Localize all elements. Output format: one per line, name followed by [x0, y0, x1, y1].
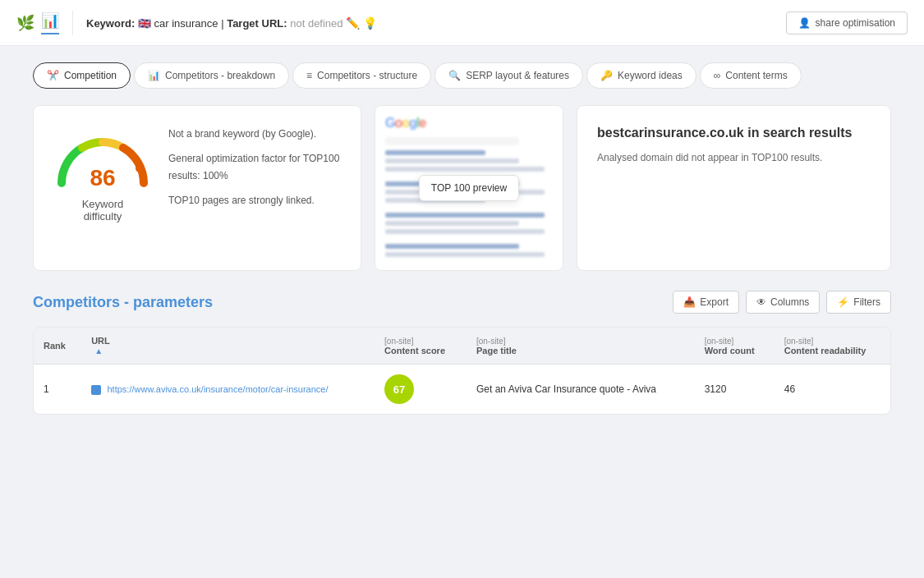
tab-keyword-ideas[interactable]: 🔑 Keyword ideas [586, 62, 696, 89]
readability-group: [on-site] [784, 337, 880, 346]
competitors-table-container: Rank URL ▲ [on-site] Content score [on-s… [33, 327, 891, 415]
preview-result-9 [385, 229, 545, 234]
page-title-cell: Get an Aviva Car Insurance quote - Aviva [467, 365, 695, 415]
rank-cell: 1 [34, 365, 81, 415]
header-divider [72, 11, 73, 35]
share-optimisation-button[interactable]: 👤 share optimisation [786, 11, 908, 34]
url-sort-icon: ▲ [94, 346, 103, 356]
col-content-readability[interactable]: [on-site] Content readability [775, 328, 890, 365]
difficulty-info: Not a brand keyword (by Google). General… [168, 126, 341, 216]
keyword-info: Keyword: 🇬🇧 car insurance | Target URL: … [86, 16, 773, 30]
tab-content-terms-icon: ∞ [714, 70, 721, 81]
keyword-value: car insurance [154, 17, 218, 30]
url-link[interactable]: https://www.aviva.co.uk/insurance/motor/… [108, 384, 329, 394]
top100-preview-button[interactable]: TOP 100 preview [419, 175, 519, 201]
tab-keyword-ideas-label: Keyword ideas [618, 70, 683, 81]
gauge-wrap: 86 Keyworddifficulty [53, 126, 152, 222]
difficulty-score: 86 [90, 165, 115, 191]
preview-result-2 [385, 158, 519, 163]
header-bar: 🌿 📊 Keyword: 🇬🇧 car insurance | Target U… [0, 0, 924, 46]
edit-icon[interactable]: ✏️ [346, 16, 360, 30]
filters-label: Filters [853, 296, 880, 308]
kd-info-3: TOP10 pages are strongly linked. [168, 192, 341, 210]
tab-content-terms-label: Content terms [725, 70, 787, 81]
table-header-row: Rank URL ▲ [on-site] Content score [on-s… [34, 328, 890, 365]
export-icon: 📥 [683, 296, 696, 308]
tab-competitors-breakdown-label: Competitors - breakdown [165, 70, 275, 81]
preview-result-10 [385, 244, 519, 249]
target-url-label: Target URL: [227, 17, 287, 30]
search-bar-preview [385, 137, 519, 145]
keyword-difficulty-card: 86 Keyworddifficulty Not a brand keyword… [33, 105, 361, 271]
readability-col-label: Content readability [784, 346, 880, 356]
tab-competitors-structure[interactable]: ≡ Competitors - structure [292, 62, 431, 89]
keyword-label: Keyword: [86, 17, 135, 30]
columns-icon: 👁 [756, 296, 766, 308]
word-count-group: [on-site] [705, 337, 765, 346]
kd-info-2: General optimization factor for TOP100 r… [168, 150, 341, 186]
tab-competitors-structure-icon: ≡ [306, 70, 312, 81]
sun-icon[interactable]: 💡 [363, 16, 377, 30]
share-btn-label: share optimisation [816, 17, 895, 29]
col-rank[interactable]: Rank [34, 328, 81, 365]
export-button[interactable]: 📥 Export [673, 291, 739, 314]
tab-competitors-breakdown[interactable]: 📊 Competitors - breakdown [134, 62, 289, 89]
filters-icon: ⚡ [837, 296, 849, 308]
tab-competition-icon: ✂️ [47, 70, 59, 81]
keyword-flag: 🇬🇧 [138, 17, 151, 30]
tab-competition[interactable]: ✂️ Competition [33, 62, 131, 89]
kd-info-1: Not a brand keyword (by Google). [168, 126, 341, 144]
columns-button[interactable]: 👁 Columns [746, 291, 820, 314]
competitors-section-header: Competitors - parameters 📥 Export 👁 Colu… [33, 291, 891, 314]
preview-result-7 [385, 213, 545, 218]
table-row: 1 https://www.aviva.co.uk/insurance/moto… [34, 365, 890, 415]
col-page-title[interactable]: [on-site] Page title [467, 328, 695, 365]
page-title-group: [on-site] [476, 337, 685, 346]
cards-row: 86 Keyworddifficulty Not a brand keyword… [33, 105, 891, 271]
tab-keyword-ideas-icon: 🔑 [600, 70, 613, 81]
google-logo: Google [385, 116, 425, 131]
filters-button[interactable]: ⚡ Filters [826, 291, 891, 314]
content-score-badge: 67 [384, 374, 414, 404]
domain-description: Analysed domain did not appear in TOP100… [597, 150, 871, 166]
url-favicon [91, 385, 101, 395]
chart-icon: 📊 [41, 11, 59, 34]
content-score-cell: 67 [375, 365, 467, 415]
svg-point-0 [136, 164, 144, 172]
content-score-group: [on-site] [384, 337, 457, 346]
tab-serp-layout[interactable]: 🔍 SERP layout & features [434, 62, 583, 89]
col-content-score[interactable]: [on-site] Content score [375, 328, 467, 365]
tab-serp-icon: 🔍 [448, 70, 461, 81]
main-content: ✂️ Competition 📊 Competitors - breakdown… [0, 46, 924, 431]
readability-cell: 46 [775, 365, 890, 415]
google-bar: Google [385, 116, 553, 131]
logo-area: 🌿 📊 [16, 11, 59, 34]
competitors-table: Rank URL ▲ [on-site] Content score [on-s… [34, 328, 890, 414]
preview-result-8 [385, 221, 519, 226]
url-cell: https://www.aviva.co.uk/insurance/motor/… [81, 365, 375, 415]
gauge-container: 86 [53, 126, 152, 191]
domain-title: bestcarinsurance.co.uk in search results [597, 126, 871, 140]
tab-serp-label: SERP layout & features [466, 70, 569, 81]
nav-tabs: ✂️ Competition 📊 Competitors - breakdown… [33, 62, 891, 89]
word-count-cell: 3120 [695, 365, 775, 415]
share-icon: 👤 [798, 17, 811, 29]
difficulty-label: Keyworddifficulty [82, 198, 124, 222]
preview-result-1 [385, 150, 485, 155]
serp-preview-card[interactable]: Google TOP 100 preview [375, 105, 563, 271]
export-label: Export [700, 296, 729, 308]
col-url[interactable]: URL ▲ [81, 328, 375, 365]
word-count-col-label: Word count [705, 346, 765, 356]
tab-competition-label: Competition [64, 70, 117, 81]
page-title-col-label: Page title [476, 346, 685, 356]
columns-label: Columns [770, 296, 809, 308]
tab-competitors-structure-label: Competitors - structure [317, 70, 417, 81]
content-score-col-label: Content score [384, 346, 457, 356]
preview-result-3 [385, 167, 545, 172]
competitors-title: Competitors - parameters [33, 294, 213, 311]
url-col-label: URL [91, 336, 365, 346]
tab-content-terms[interactable]: ∞ Content terms [700, 62, 802, 89]
leaf-icon: 🌿 [16, 14, 34, 32]
col-word-count[interactable]: [on-site] Word count [695, 328, 775, 365]
rank-col-label: Rank [44, 341, 71, 351]
